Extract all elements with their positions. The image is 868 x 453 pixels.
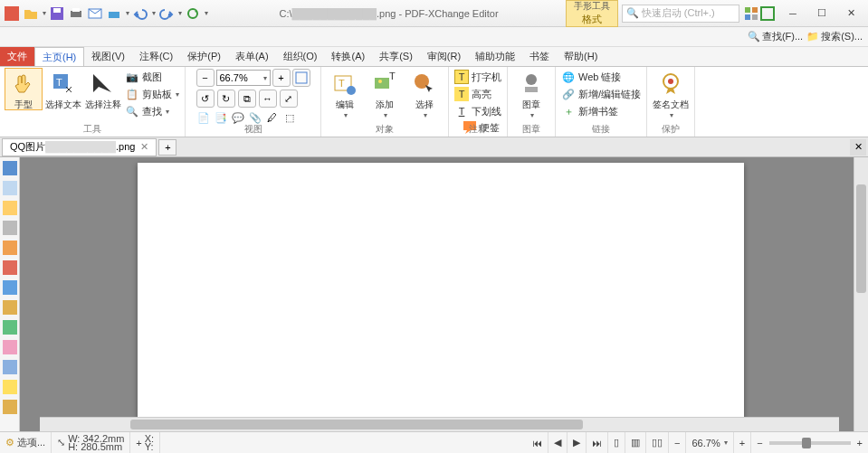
svg-point-20 (378, 80, 382, 83)
layout-single-button[interactable]: ▯ (608, 432, 625, 453)
new-bookmark-button[interactable]: ＋新增书签 (561, 103, 641, 119)
highlight-button[interactable]: T高亮 (454, 86, 501, 102)
editlink-button[interactable]: 🔗新增/编辑链接 (561, 86, 641, 102)
zoom-in-button[interactable]: + (272, 69, 291, 87)
hand-tool-button[interactable]: 手型 (5, 69, 42, 109)
attachments-pane-icon[interactable] (3, 221, 17, 235)
select-text-button[interactable]: T选择文本 (45, 69, 81, 109)
3d-pane-icon[interactable] (3, 340, 17, 354)
tab-accessibility[interactable]: 辅助功能 (468, 47, 522, 66)
vertical-scrollbar[interactable] (854, 157, 868, 431)
ui-options-icon[interactable] (743, 5, 759, 22)
tab-form[interactable]: 表单(A) (228, 47, 276, 66)
plus-icon[interactable]: + (857, 438, 863, 448)
bookmarks-pane-icon[interactable] (3, 161, 17, 175)
fit-page-button[interactable]: ⧉ (238, 90, 256, 108)
signatures-pane-icon[interactable] (3, 260, 17, 275)
document-tab[interactable]: QQ图片██████████.png ✕ (2, 138, 157, 156)
nav-first-button[interactable]: ⏮ (527, 432, 548, 453)
close-button[interactable]: ✕ (837, 5, 864, 23)
gear-icon: ⚙ (5, 437, 14, 448)
status-options[interactable]: ⚙选项... (0, 432, 52, 453)
tab-organize[interactable]: 组织(O) (276, 47, 325, 66)
select-comment-button[interactable]: 选择注释 (85, 69, 121, 109)
nav-prev-button[interactable]: ◀ (548, 432, 568, 453)
zoom-slider-track[interactable] (769, 441, 851, 445)
highlight-icon: T (454, 87, 469, 101)
destinations-pane-icon[interactable] (3, 320, 17, 335)
new-tab-button[interactable]: + (158, 139, 176, 156)
status-zoom-field[interactable]: 66.7%▾ (686, 432, 733, 453)
thumbnails-pane-icon[interactable] (3, 181, 17, 195)
zoom-input[interactable]: 66.7%▾ (216, 70, 271, 86)
minus-icon[interactable]: − (757, 438, 762, 448)
rotate-ccw-button[interactable]: ↺ (196, 90, 215, 108)
typewriter-button[interactable]: T打字机 (454, 69, 501, 85)
document-viewport[interactable] (20, 157, 854, 431)
layout-facing-button[interactable]: ▯▯ (646, 432, 669, 453)
scan-icon[interactable] (106, 5, 122, 22)
status-zoom-in[interactable]: + (734, 432, 751, 453)
fit-width-button[interactable]: ↔ (259, 90, 277, 108)
layers-pane-icon[interactable] (3, 280, 17, 295)
tab-view[interactable]: 视图(V) (84, 47, 132, 66)
nav-last-button[interactable]: ⏭ (587, 432, 608, 453)
clipboard-button[interactable]: 📋剪贴板▾ (125, 86, 179, 102)
tab-help[interactable]: 帮助(H) (557, 47, 605, 66)
weblink-button[interactable]: 🌐Web 链接 (561, 69, 641, 85)
stamp-button[interactable]: 图章▾ (513, 69, 549, 119)
tab-bookmark[interactable]: 书签 (522, 47, 557, 66)
tab-close-icon[interactable]: ✕ (140, 141, 148, 153)
layout-continuous-button[interactable]: ▥ (625, 432, 646, 453)
snapshot-button[interactable]: 📷截图 (125, 69, 179, 85)
tab-share[interactable]: 共享(S) (372, 47, 420, 66)
contextual-tab-sub[interactable]: 格式 (582, 13, 602, 26)
fullscreen-icon[interactable] (759, 5, 776, 22)
open-icon[interactable] (23, 5, 39, 22)
links-pane-icon[interactable] (3, 360, 17, 374)
status-zoom-slider[interactable]: − + (751, 432, 868, 453)
nav-next-button[interactable]: ▶ (568, 432, 587, 453)
redo-icon[interactable] (158, 5, 175, 22)
tab-protect[interactable]: 保护(P) (180, 47, 228, 66)
undo-icon[interactable] (132, 5, 148, 22)
fit-visible-button[interactable]: ⤢ (280, 90, 298, 108)
add-object-button[interactable]: T添加▾ (367, 69, 403, 119)
edit-object-button[interactable]: T编辑▾ (327, 69, 363, 119)
search-link[interactable]: 📁搜索(S)... (806, 30, 863, 43)
app-icon (4, 5, 20, 22)
sign-doc-button[interactable]: 签名文档▾ (653, 69, 689, 119)
quick-launch-input[interactable]: 🔍 快速启动 (Ctrl+.) (622, 5, 739, 23)
content-pane-icon[interactable] (3, 300, 17, 315)
properties-pane-icon[interactable] (3, 400, 17, 414)
maximize-button[interactable]: ☐ (808, 5, 835, 23)
tab-comment[interactable]: 注释(C) (132, 47, 180, 66)
save-icon[interactable] (49, 5, 65, 22)
tab-home[interactable]: 主页(H) (34, 47, 84, 66)
rotate-cw-button[interactable]: ↻ (217, 90, 235, 108)
scrollbar-thumb[interactable] (130, 420, 583, 429)
select-object-button[interactable]: 选择▾ (406, 69, 443, 119)
tab-review[interactable]: 审阅(R) (420, 47, 468, 66)
scrollbar-thumb[interactable] (856, 184, 866, 293)
zoom-out-button[interactable]: − (196, 69, 215, 87)
globe-icon: 🌐 (561, 70, 576, 84)
horizontal-scrollbar[interactable] (40, 417, 839, 431)
zoom-actual-button[interactable] (292, 69, 310, 87)
fields-pane-icon[interactable] (3, 241, 17, 255)
email-icon[interactable] (87, 5, 103, 22)
status-zoom-out[interactable]: − (669, 432, 686, 453)
zoom-slider-knob[interactable] (802, 438, 811, 448)
minimize-button[interactable]: ─ (779, 5, 806, 23)
find-button[interactable]: 🔍查找▾ (125, 103, 179, 119)
tab-convert[interactable]: 转换(A) (324, 47, 372, 66)
comments-pane-icon[interactable] (3, 201, 17, 215)
tags-pane-icon[interactable] (3, 380, 17, 394)
print-icon[interactable] (68, 5, 84, 22)
tab-file[interactable]: 文件 (0, 47, 34, 66)
underline-button[interactable]: T下划线 (454, 103, 501, 119)
find-link[interactable]: 🔍查找(F)... (748, 30, 803, 43)
refresh-icon[interactable] (185, 5, 201, 22)
close-all-tabs-button[interactable]: ✕ (850, 139, 866, 156)
side-panel (0, 157, 20, 431)
